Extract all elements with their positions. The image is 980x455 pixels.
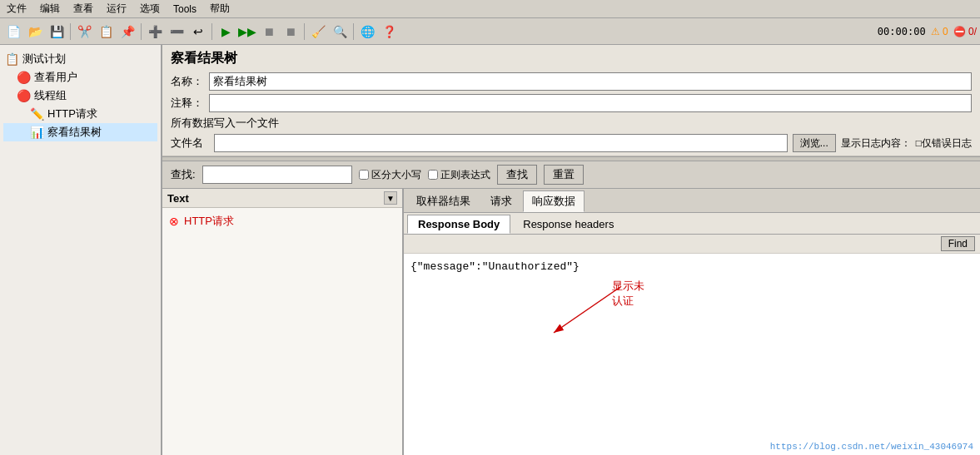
result-item[interactable]: ⊗ HTTP请求 bbox=[166, 211, 399, 231]
comment-input[interactable] bbox=[209, 94, 972, 112]
panel-header: 察看结果树 名称： 注释： 所有数据写入一个文件 文件名 浏览... 显示日志内… bbox=[162, 45, 980, 156]
annotation-text: 显示未认证 bbox=[612, 279, 645, 309]
remote-server-button[interactable]: 🌐 bbox=[357, 22, 377, 42]
toolbar-right: 00:00:00 ⚠ 0 ⛔ 0/ bbox=[878, 26, 977, 37]
tab-response-data[interactable]: 响应数据 bbox=[523, 190, 585, 212]
tree-label-http-request: HTTP请求 bbox=[47, 106, 97, 121]
tree-label-test-plan: 测试计划 bbox=[22, 52, 66, 67]
cut-button[interactable]: ✂️ bbox=[74, 22, 94, 42]
result-tree-header: Text ▼ bbox=[162, 189, 402, 208]
tree-item-test-plan[interactable]: 📋 测试计划 bbox=[3, 50, 157, 68]
new-button[interactable]: 📄 bbox=[3, 22, 23, 42]
tree-label-result-tree: 察看结果树 bbox=[47, 125, 102, 140]
tree-label-thread-group: 线程组 bbox=[34, 88, 67, 103]
search-button[interactable]: 🔍 bbox=[330, 22, 350, 42]
file-section: 所有数据写入一个文件 文件名 浏览... 显示日志内容： □仅错误日志 bbox=[171, 116, 972, 152]
tree-item-thread-group[interactable]: 🔴 线程组 bbox=[3, 87, 157, 105]
undo-button[interactable]: ↩ bbox=[188, 22, 208, 42]
tabs-row1: 取样器结果 请求 响应数据 bbox=[404, 189, 980, 213]
paste-button[interactable]: 📌 bbox=[117, 22, 137, 42]
log-errors-label: □仅错误日志 bbox=[916, 136, 972, 151]
add-button[interactable]: ➕ bbox=[145, 22, 165, 42]
right-panel: 察看结果树 名称： 注释： 所有数据写入一个文件 文件名 浏览... 显示日志内… bbox=[162, 45, 980, 455]
svg-line-1 bbox=[554, 287, 620, 333]
tree-item-result-tree[interactable]: 📊 察看结果树 bbox=[3, 123, 157, 141]
case-sensitive-label: 区分大小写 bbox=[359, 168, 421, 182]
help-button[interactable]: ❓ bbox=[379, 22, 399, 42]
clear-all-button[interactable]: 🧹 bbox=[308, 22, 328, 42]
regex-text: 正则表达式 bbox=[440, 168, 490, 182]
separator-5 bbox=[353, 23, 354, 40]
find-bar: Find bbox=[404, 235, 980, 254]
error-icon: ⊗ bbox=[169, 215, 179, 228]
thread-group-icon: 🔴 bbox=[17, 89, 31, 102]
save-button[interactable]: 💾 bbox=[47, 22, 67, 42]
name-label: 名称： bbox=[171, 74, 204, 89]
file-section-title: 所有数据写入一个文件 bbox=[171, 116, 972, 131]
search-label: 查找: bbox=[171, 167, 196, 182]
tree-label-view-users: 查看用户 bbox=[34, 70, 77, 85]
browse-button[interactable]: 浏览... bbox=[793, 134, 836, 152]
view-users-icon: 🔴 bbox=[17, 71, 31, 84]
tabs-row2: Response Body Response headers bbox=[404, 213, 980, 235]
test-plan-icon: 📋 bbox=[5, 52, 19, 66]
start-no-pause-button[interactable]: ▶▶ bbox=[237, 22, 257, 42]
separator-3 bbox=[211, 23, 212, 40]
copy-button[interactable]: 📋 bbox=[96, 22, 116, 42]
search-input[interactable] bbox=[202, 166, 352, 184]
menu-bar: 文件 编辑 查看 运行 选项 Tools 帮助 bbox=[0, 0, 980, 18]
case-sensitive-text: 区分大小写 bbox=[371, 168, 421, 182]
detail-panel: 取样器结果 请求 响应数据 Response Body Response hea… bbox=[404, 189, 980, 455]
menu-options[interactable]: 选项 bbox=[137, 1, 163, 17]
case-sensitive-checkbox[interactable] bbox=[359, 170, 369, 180]
menu-tools[interactable]: Tools bbox=[170, 2, 200, 16]
log-display-label: 显示日志内容： bbox=[841, 136, 911, 151]
tab-sampler-result[interactable]: 取样器结果 bbox=[407, 190, 480, 212]
separator-2 bbox=[141, 23, 142, 40]
reset-button[interactable]: 重置 bbox=[544, 165, 584, 185]
comment-label: 注释： bbox=[171, 96, 204, 111]
timer-display: 00:00:00 bbox=[878, 26, 926, 37]
bottom-split: Text ▼ ⊗ HTTP请求 取样器结果 请求 响应数据 bbox=[162, 189, 980, 455]
stop-button[interactable]: ⏹ bbox=[259, 22, 279, 42]
response-body-text: {"message":"Unauthorized"} bbox=[410, 260, 580, 273]
menu-file[interactable]: 文件 bbox=[3, 1, 30, 17]
result-item-label: HTTP请求 bbox=[184, 214, 234, 229]
name-row: 名称： bbox=[171, 72, 972, 91]
regex-label: 正则表达式 bbox=[428, 168, 490, 182]
result-tree-header-text: Text bbox=[167, 192, 381, 205]
panel-title: 察看结果树 bbox=[171, 50, 972, 67]
tab-request[interactable]: 请求 bbox=[481, 190, 521, 212]
annotation: 显示未认证 bbox=[537, 279, 645, 349]
find-btn[interactable]: Find bbox=[941, 236, 975, 251]
toolbar: 📄 📂 💾 ✂️ 📋 📌 ➕ ➖ ↩ ▶ ▶▶ ⏹ ⏹ 🧹 🔍 🌐 ❓ 00:0… bbox=[0, 18, 980, 45]
result-tree-icon: 📊 bbox=[30, 126, 44, 139]
response-content: {"message":"Unauthorized"} 显示未认证 bbox=[404, 254, 980, 455]
result-tree-dropdown[interactable]: ▼ bbox=[384, 191, 397, 205]
main-layout: 📋 测试计划 🔴 查看用户 🔴 线程组 ✏️ HTTP请求 📊 察看结果树 察看… bbox=[0, 45, 980, 455]
remove-button[interactable]: ➖ bbox=[167, 22, 187, 42]
watermark: https://blog.csdn.net/weixin_43046974 bbox=[770, 442, 973, 452]
tab-response-body[interactable]: Response Body bbox=[407, 215, 510, 234]
open-button[interactable]: 📂 bbox=[25, 22, 45, 42]
result-tree-panel: Text ▼ ⊗ HTTP请求 bbox=[162, 189, 404, 455]
separator-4 bbox=[304, 23, 305, 40]
menu-view[interactable]: 查看 bbox=[70, 1, 97, 17]
menu-run[interactable]: 运行 bbox=[103, 1, 130, 17]
file-input[interactable] bbox=[214, 134, 788, 152]
name-input[interactable] bbox=[209, 72, 972, 91]
regex-checkbox[interactable] bbox=[428, 170, 438, 180]
result-tree-body: ⊗ HTTP请求 bbox=[162, 208, 402, 455]
tree-item-view-users[interactable]: 🔴 查看用户 bbox=[3, 68, 157, 87]
tab-response-headers[interactable]: Response headers bbox=[512, 215, 624, 234]
menu-help[interactable]: 帮助 bbox=[206, 1, 233, 17]
stop-now-button[interactable]: ⏹ bbox=[281, 22, 301, 42]
search-bar: 查找: 区分大小写 正则表达式 查找 重置 bbox=[162, 161, 980, 189]
error-badge: ⛔ 0/ bbox=[953, 26, 977, 37]
menu-edit[interactable]: 编辑 bbox=[37, 1, 63, 17]
tree-item-http-request[interactable]: ✏️ HTTP请求 bbox=[3, 105, 157, 123]
start-button[interactable]: ▶ bbox=[216, 22, 236, 42]
find-button[interactable]: 查找 bbox=[497, 165, 537, 185]
http-request-icon: ✏️ bbox=[30, 107, 44, 121]
comment-row: 注释： bbox=[171, 94, 972, 112]
